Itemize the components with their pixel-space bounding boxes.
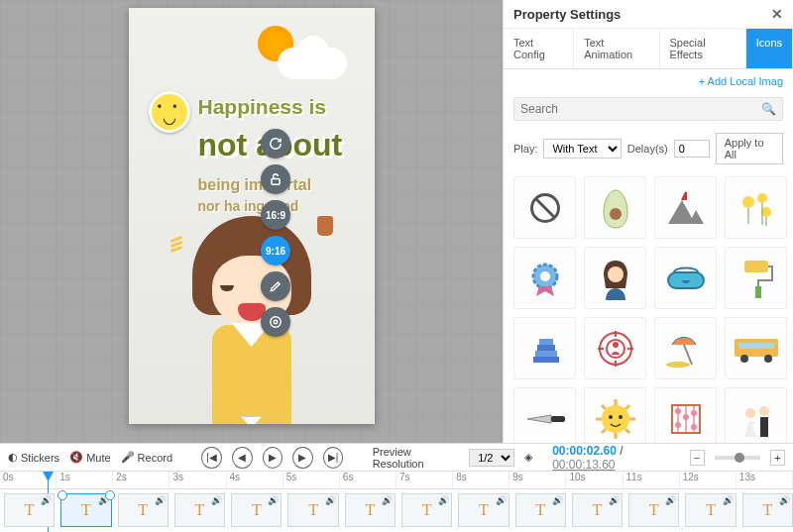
canvas-area[interactable]: Happiness is not about being immortal no…: [0, 0, 503, 443]
text-line-3[interactable]: being immortal: [198, 176, 312, 194]
ruler-tick: 8s: [453, 472, 510, 488]
play-button[interactable]: ▶: [263, 447, 283, 469]
timeline-clip[interactable]: 🔊T: [4, 493, 55, 527]
stickers-toggle[interactable]: ◐ Stickers: [8, 451, 59, 464]
skip-start-button[interactable]: |◀: [201, 447, 222, 469]
timeline-ruler[interactable]: 0s1s2s3s4s5s6s7s8s9s10s11s12s13s: [0, 472, 793, 489]
zoom-slider[interactable]: [715, 456, 760, 460]
aspect-16-9-button[interactable]: 16:9: [261, 200, 290, 230]
svg-point-29: [602, 405, 629, 433]
svg-line-35: [625, 429, 629, 433]
apply-all-button[interactable]: Apply to All: [716, 133, 783, 164]
text-line-1[interactable]: Happiness is: [198, 95, 327, 119]
sound-icon: 🔊: [211, 495, 222, 505]
timeline[interactable]: 0s1s2s3s4s5s6s7s8s9s10s11s12s13s 🔊T🔊T🔊T🔊…: [0, 471, 793, 532]
tab-icons[interactable]: Icons: [746, 29, 793, 68]
sound-icon: 🔊: [98, 495, 109, 505]
icon-wedding[interactable]: [725, 387, 787, 443]
sound-icon: 🔊: [268, 495, 279, 505]
svg-point-38: [609, 415, 613, 419]
svg-line-22: [684, 345, 692, 365]
search-box[interactable]: 🔍: [513, 97, 783, 121]
mute-toggle[interactable]: 🔇 Mute: [69, 451, 110, 464]
tab-special-effects[interactable]: Special Effects: [660, 29, 746, 68]
add-local-image[interactable]: + Add Local Imag: [504, 69, 793, 93]
svg-point-7: [757, 193, 767, 203]
timeline-track[interactable]: 🔊T🔊T🔊T🔊T🔊T🔊T🔊T🔊T🔊T🔊T🔊T🔊T🔊T🔊T: [0, 491, 793, 529]
icon-target-person[interactable]: [584, 317, 646, 379]
timeline-clip[interactable]: 🔊T: [231, 493, 282, 527]
timeline-clip[interactable]: 🔊T: [174, 493, 225, 527]
icon-knife[interactable]: [513, 387, 576, 443]
close-icon[interactable]: ✕: [771, 6, 783, 22]
tab-text-config[interactable]: Text Config: [504, 29, 574, 68]
icon-woman[interactable]: [584, 247, 646, 309]
icon-forbidden[interactable]: [513, 176, 576, 239]
search-icon[interactable]: 🔍: [761, 102, 776, 116]
svg-point-23: [666, 362, 690, 368]
svg-point-1: [274, 320, 278, 324]
skip-end-button[interactable]: ▶|: [323, 447, 344, 469]
icon-abacus[interactable]: [654, 387, 717, 443]
record-button[interactable]: 🎤 Record: [121, 451, 172, 464]
edit-button[interactable]: [261, 271, 290, 301]
icon-badge[interactable]: [513, 247, 576, 309]
search-input[interactable]: [520, 102, 761, 116]
timeline-clip[interactable]: 🔊T: [685, 493, 736, 527]
timeline-clip[interactable]: 🔊T: [401, 493, 452, 527]
next-button[interactable]: ▶: [292, 447, 313, 469]
icon-flag-mountain[interactable]: [654, 176, 717, 239]
svg-line-34: [602, 405, 606, 409]
settings-button[interactable]: [261, 307, 290, 337]
icon-paint-roller[interactable]: [725, 247, 787, 309]
zoom-out-button[interactable]: −: [690, 450, 705, 466]
timeline-clip[interactable]: 🔊T: [515, 493, 566, 527]
ruler-tick: 11s: [623, 472, 680, 488]
girl-character[interactable]: [163, 216, 341, 424]
timeline-clip[interactable]: 🔊T: [60, 493, 111, 527]
timeline-clip[interactable]: 🔊T: [742, 493, 793, 527]
svg-rect-51: [760, 417, 768, 437]
ruler-tick: 7s: [396, 472, 453, 488]
resolution-select[interactable]: 1/2: [469, 449, 514, 467]
icon-library[interactable]: [504, 172, 793, 443]
timeline-clip[interactable]: 🔊T: [345, 493, 396, 527]
ruler-tick: 10s: [566, 472, 623, 488]
prev-button[interactable]: ◀: [232, 447, 253, 469]
svg-point-50: [759, 406, 769, 416]
sound-icon: 🔊: [438, 495, 449, 505]
icon-sun-face[interactable]: [584, 387, 646, 443]
timeline-clip[interactable]: 🔊T: [287, 493, 338, 527]
timeline-clip[interactable]: 🔊T: [118, 493, 169, 527]
play-mode-select[interactable]: With Text: [543, 139, 621, 159]
ruler-tick: 13s: [736, 472, 793, 488]
portrait-canvas[interactable]: Happiness is not about being immortal no…: [129, 8, 375, 424]
timeline-clip[interactable]: 🔊T: [458, 493, 509, 527]
refresh-button[interactable]: [261, 129, 290, 159]
icon-bus[interactable]: [725, 317, 787, 379]
svg-rect-15: [533, 357, 559, 363]
timeline-clip[interactable]: 🔊T: [572, 493, 623, 527]
delay-label: Delay(s): [627, 143, 668, 155]
lock-button[interactable]: [261, 164, 290, 194]
tab-text-animation[interactable]: Text Animation: [574, 29, 659, 68]
icon-beach-umbrella[interactable]: [654, 317, 717, 379]
aspect-9-16-button[interactable]: 9:16: [261, 236, 290, 266]
cloud-graphic: [278, 48, 347, 79]
layers-icon[interactable]: ◈: [524, 451, 532, 464]
icon-goggles[interactable]: [654, 247, 717, 309]
svg-point-6: [742, 196, 754, 208]
timeline-clip[interactable]: 🔊T: [628, 493, 679, 527]
svg-rect-28: [551, 416, 565, 422]
svg-point-47: [675, 422, 681, 428]
sound-icon: 🔊: [382, 495, 393, 505]
icon-avocado[interactable]: [584, 176, 646, 239]
svg-point-26: [740, 355, 748, 363]
delay-input[interactable]: [674, 140, 710, 158]
zoom-in-button[interactable]: +: [770, 450, 785, 466]
ruler-tick: 6s: [340, 472, 396, 488]
property-panel: Property Settings ✕ Text ConfigText Anim…: [503, 0, 793, 443]
icon-books[interactable]: [513, 317, 576, 379]
icon-dandelion[interactable]: [725, 176, 787, 239]
svg-point-39: [619, 415, 623, 419]
